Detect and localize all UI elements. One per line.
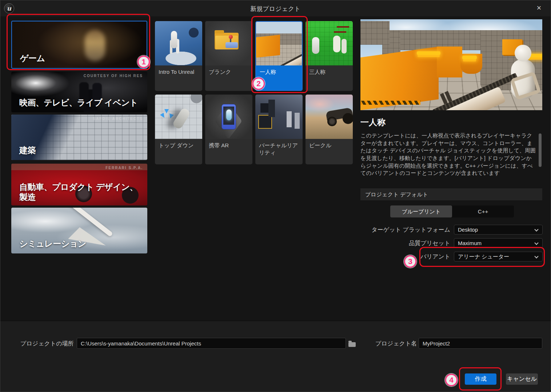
template-thumbnail-top-down: [155, 95, 202, 139]
target-platform-label: ターゲット プラットフォーム: [360, 225, 450, 235]
tab-cpp[interactable]: C++: [452, 205, 514, 217]
annotation-step-1: 1: [137, 56, 150, 68]
new-project-dialog: u 新規プロジェクト × ゲーム COURTESY OF HIGH RES 映画…: [0, 0, 551, 392]
annotation-step-4: 4: [445, 374, 458, 386]
joystick-icon: [225, 42, 238, 48]
category-label: 自動車、プロダクト デザイン、製造: [19, 182, 143, 203]
preview-wall: [360, 21, 390, 45]
phone-icon: [221, 104, 236, 129]
quality-preset-value: Maximum: [458, 240, 482, 246]
template-tile-vehicle[interactable]: ビークル: [306, 95, 353, 164]
template-thumbnail-third-person: [306, 21, 353, 65]
template-label: Intro To Unreal: [155, 65, 202, 91]
template-tile-handheld-ar[interactable]: 携帯 AR: [205, 95, 252, 164]
chevron-down-icon: [534, 227, 538, 231]
health-bar-decor: [337, 26, 349, 28]
template-label: 三人称: [306, 65, 353, 91]
category-tile-architecture[interactable]: SAFDIE ARCHITECTS 建築: [11, 115, 147, 160]
template-thumbnail-intro: [155, 21, 202, 65]
project-name-label: プロジェクト名: [375, 340, 417, 348]
close-icon[interactable]: ×: [534, 3, 544, 13]
template-tile-top-down[interactable]: トップ ダウン: [155, 95, 202, 164]
template-thumbnail-handheld-ar: [205, 95, 252, 139]
template-tile-third-person[interactable]: 三人称: [306, 21, 353, 91]
annotation-step-3: 3: [404, 255, 416, 268]
language-tabs: ブループリント C++: [390, 205, 514, 217]
category-label: 映画、テレビ、ライブ イベント: [19, 97, 138, 108]
template-label: 携帯 AR: [205, 139, 252, 164]
template-description: このテンプレートには、一人称視点で表示されるプレイヤーキャラクターが含まれていま…: [360, 132, 537, 177]
category-label: シミュレーション: [19, 239, 86, 249]
project-location-input[interactable]: [77, 338, 346, 349]
image-credit: FERRARI S.P.A.: [105, 166, 143, 170]
template-label: バーチャルリアリティ: [255, 139, 303, 164]
preview-orange-block: [437, 47, 462, 77]
template-tile-virtual-reality[interactable]: バーチャルリアリティ: [255, 95, 303, 164]
category-label: ゲーム: [20, 53, 45, 64]
category-tile-film-tv[interactable]: COURTESY OF HIGH RES 映画、テレビ、ライブ イベント: [11, 72, 147, 112]
category-tile-games[interactable]: ゲーム: [11, 21, 147, 69]
project-defaults-header: プロジェクト デフォルト: [360, 188, 542, 200]
template-label: トップ ダウン: [155, 139, 202, 164]
template-label: ビークル: [306, 139, 353, 164]
template-preview-image: [360, 19, 542, 110]
template-thumbnail-vr: [255, 95, 303, 139]
project-location-label: プロジェクトの場所: [20, 340, 74, 348]
image-credit: SAFDIE ARCHITECTS: [93, 117, 143, 121]
template-tile-intro-to-unreal[interactable]: Intro To Unreal: [155, 21, 202, 91]
preview-pickup-glow: [417, 51, 440, 55]
tab-blueprint[interactable]: ブループリント: [390, 205, 452, 217]
browse-folder-icon[interactable]: [348, 342, 356, 347]
variant-select[interactable]: アリーナ シューター: [454, 252, 543, 261]
annotation-step-2: 2: [252, 77, 265, 90]
preview-pickup-glow: [462, 56, 477, 59]
category-tile-simulation[interactable]: シミュレーション: [11, 208, 147, 253]
category-tile-automotive[interactable]: FERRARI S.P.A. 自動車、プロダクト デザイン、製造: [11, 164, 147, 205]
chevron-down-icon: [534, 254, 538, 258]
category-label: 建築: [19, 145, 36, 156]
description-scrollbar[interactable]: [539, 133, 542, 167]
template-label: ブランク: [205, 65, 252, 91]
preview-hazard-stripe: [360, 101, 420, 105]
title-bar: u 新規プロジェクト ×: [0, 0, 551, 16]
template-tile-blank[interactable]: ブランク: [205, 21, 252, 91]
variant-value: アリーナ シューター: [458, 253, 509, 260]
cancel-button[interactable]: キャンセル: [506, 373, 538, 385]
template-thumbnail-first-person: [256, 22, 302, 66]
direction-arrows-icon: [159, 108, 175, 123]
template-detail-title: 一人称: [360, 117, 386, 128]
target-platform-select[interactable]: Desktop: [454, 225, 543, 235]
quality-preset-select[interactable]: Maximum: [454, 238, 543, 248]
quality-preset-label: 品質プリセット: [360, 238, 450, 248]
template-thumbnail-blank: [205, 21, 252, 65]
footer-bar: プロジェクトの場所 プロジェクト名 作成 キャンセル: [0, 321, 551, 392]
dialog-title: 新規プロジェクト: [0, 5, 551, 13]
chevron-down-icon: [534, 241, 538, 245]
create-button[interactable]: 作成: [465, 373, 496, 385]
project-name-input[interactable]: [419, 338, 542, 349]
rifle-sight: [440, 93, 448, 104]
image-credit: COURTESY OF HIGH RES: [84, 74, 143, 78]
template-thumbnail-vehicle: [306, 95, 353, 139]
target-platform-value: Desktop: [458, 227, 478, 233]
